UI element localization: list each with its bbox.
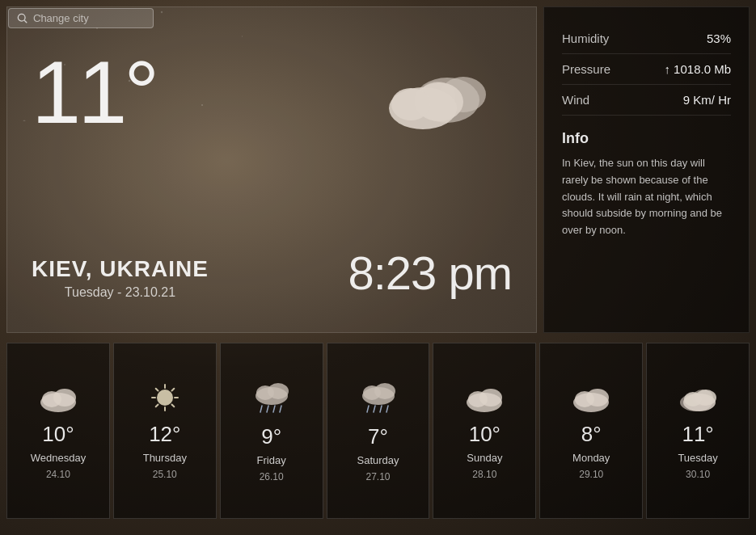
pressure-row: Pressure ↑ 1018.0 Mb: [562, 54, 731, 85]
svg-line-52: [367, 406, 369, 412]
forecast-icon-1: [141, 381, 189, 417]
current-time: 8:23 pm: [348, 246, 512, 300]
info-description: In Kiev, the sun on this day will rarely…: [562, 155, 731, 239]
forecast-date: 29.10: [579, 469, 603, 480]
humidity-label: Humidity: [562, 32, 609, 45]
forecast-temp: 7°: [368, 424, 388, 449]
forecast-icon-4: [460, 381, 509, 417]
forecast-temp: 10°: [42, 422, 74, 447]
svg-point-32: [42, 391, 61, 407]
forecast-card: 8° Monday 29.10: [539, 343, 643, 519]
svg-point-44: [256, 385, 274, 400]
forecast-temp: 11°: [682, 422, 713, 447]
app-container: 11° KIEV, UKRAINE: [0, 0, 756, 535]
svg-point-22: [18, 14, 25, 21]
humidity-value: 53%: [707, 32, 731, 45]
svg-line-23: [24, 20, 27, 23]
forecast-day: Thursday: [143, 452, 187, 464]
forecast-date: 27.10: [365, 471, 390, 482]
temperature-row: 11°: [32, 23, 512, 137]
forecast-date: 28.10: [472, 469, 496, 480]
city-date: Tuesday - 23.10.21: [32, 285, 209, 300]
weather-info-panel: Humidity 53% Pressure ↑ 1018.0 Mb Wind 9…: [543, 6, 750, 333]
forecast-icon-0: [34, 381, 82, 417]
forecast-card: 9° Friday 26.10: [220, 343, 323, 519]
svg-line-54: [380, 406, 382, 412]
svg-line-47: [273, 406, 275, 412]
humidity-row: Humidity 53%: [562, 23, 731, 54]
svg-point-29: [391, 88, 430, 120]
forecast-day: Saturday: [357, 454, 399, 466]
pressure-label: Pressure: [562, 62, 610, 76]
wind-value: 9 Km/ Hr: [683, 93, 731, 107]
forecast-card: 10° Wednesday 24.10: [6, 343, 110, 519]
forecast-icon-2: [247, 380, 296, 419]
svg-point-58: [468, 391, 488, 407]
svg-line-46: [267, 406, 268, 412]
forecast-day: Monday: [572, 452, 610, 464]
temperature: 11°: [32, 48, 156, 137]
wind-row: Wind 9 Km/ Hr: [562, 85, 731, 116]
partly-cloudy-icon-large: [366, 56, 496, 137]
svg-line-48: [280, 406, 281, 412]
svg-line-53: [374, 406, 375, 412]
svg-line-45: [260, 406, 262, 412]
forecast-temp: 9°: [261, 424, 281, 449]
forecast-card: 12° Thursday 25.10: [113, 343, 217, 519]
forecast-date: 26.10: [260, 471, 284, 482]
forecast-icon-5: [567, 381, 615, 417]
forecast-day: Wednesday: [31, 452, 86, 464]
svg-point-33: [157, 390, 173, 406]
svg-line-55: [386, 406, 388, 412]
svg-line-41: [155, 405, 158, 407]
forecast-date: 24.10: [46, 469, 70, 480]
svg-point-66: [684, 392, 702, 407]
forecast-card: 7° Saturday 27.10: [327, 343, 430, 519]
info-section-title: Info: [562, 130, 731, 147]
forecast-card: 10° Sunday 28.10: [433, 343, 536, 519]
main-weather-icon: [366, 48, 512, 137]
forecast-day: Tuesday: [678, 452, 717, 464]
current-weather-panel: 11° KIEV, UKRAINE: [6, 6, 537, 333]
svg-line-39: [171, 405, 174, 407]
forecast-icon-6: [674, 381, 722, 417]
search-input[interactable]: [33, 12, 145, 24]
svg-point-51: [363, 385, 381, 400]
svg-line-38: [155, 389, 158, 391]
forecast-card: 11° Tuesday 30.10: [646, 343, 750, 519]
forecast-temp: 10°: [469, 422, 500, 447]
forecast-date: 30.10: [686, 469, 710, 480]
city-time-row: KIEV, UKRAINE Tuesday - 23.10.21 8:23 pm: [32, 246, 512, 316]
main-section: 11° KIEV, UKRAINE: [0, 0, 756, 339]
svg-line-40: [171, 389, 174, 391]
forecast-temp: 12°: [149, 422, 180, 447]
forecast-date: 25.10: [153, 469, 177, 480]
wind-label: Wind: [562, 93, 589, 107]
forecast-day: Sunday: [467, 452, 502, 464]
svg-point-61: [575, 391, 594, 407]
search-bar[interactable]: [8, 8, 154, 28]
city-info: KIEV, UKRAINE Tuesday - 23.10.21: [32, 256, 209, 300]
forecast-icon-3: [354, 380, 403, 419]
city-name: KIEV, UKRAINE: [32, 256, 209, 282]
forecast-temp: 8°: [581, 422, 602, 447]
pressure-value: ↑ 1018.0 Mb: [664, 62, 731, 76]
forecast-day: Friday: [257, 454, 286, 466]
forecast-section: 10° Wednesday 24.10 12° Thursday 25.10: [0, 339, 756, 525]
search-icon: [17, 13, 28, 24]
